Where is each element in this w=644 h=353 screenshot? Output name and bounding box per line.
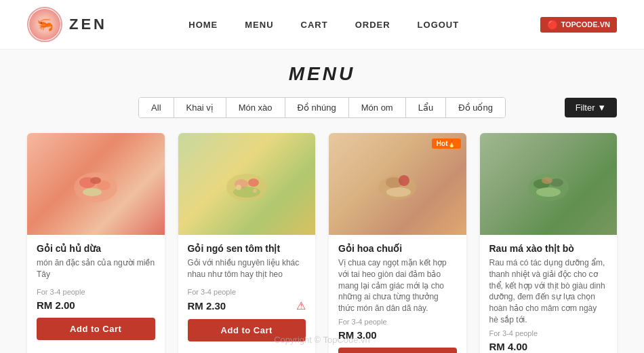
filter-tab-mon-om[interactable]: Món om	[349, 98, 406, 117]
nav-home[interactable]: HOME	[188, 20, 218, 30]
badge-icon: 🔴	[547, 20, 558, 30]
card-serving-4: For 3-4 people	[489, 329, 608, 337]
card-price-2: RM 2.30	[188, 300, 226, 312]
card-price-row-3: RM 3.00	[338, 329, 457, 341]
filter-bar: All Khai vị Món xào Đồ nhúng Món om Lẩu …	[27, 97, 617, 118]
warning-icon-2: ⚠	[296, 299, 306, 312]
card-body-3: Gỏi hoa chuối Vị chua cay ngọt mặn kết h…	[329, 235, 466, 353]
svg-point-19	[542, 177, 552, 184]
nav-cart[interactable]: CART	[301, 20, 328, 30]
svg-point-4	[83, 188, 102, 196]
card-image-2	[178, 133, 316, 235]
filter-tab-all[interactable]: All	[139, 98, 174, 117]
card-price-row-4: RM 4.00	[489, 341, 608, 352]
nav-logout[interactable]: LOGOUT	[418, 20, 460, 30]
topcode-badge: 🔴 TOPCODE.VN	[540, 17, 617, 33]
filter-tab-khai-vi[interactable]: Khai vị	[174, 98, 226, 117]
filter-tabs: All Khai vị Món xào Đồ nhúng Món om Lẩu …	[138, 97, 506, 118]
card-price-1: RM 2.00	[37, 299, 75, 311]
header: 🦐 ZEN HOME MENU CART ORDER LOGOUT 🔴 TOPC…	[0, 0, 644, 50]
menu-card-2: Gỏi ngó sen tôm thịt Gỏi với nhiều nguyê…	[178, 133, 316, 353]
card-image-4	[480, 133, 618, 235]
add-to-cart-btn-1[interactable]: Add to Cart	[37, 318, 155, 340]
card-serving-1: For 3-4 people	[37, 288, 155, 296]
card-price-3: RM 3.00	[338, 329, 377, 341]
badge-text: TOPCODE.VN	[561, 20, 610, 29]
nav-order[interactable]: ORDER	[355, 20, 390, 30]
card-body-2: Gỏi ngó sen tôm thịt Gỏi với nhiều nguyê…	[178, 235, 316, 351]
svg-point-0	[74, 172, 117, 202]
svg-point-10	[253, 189, 257, 193]
svg-point-9	[236, 185, 241, 190]
filter-tab-mon-xao[interactable]: Món xào	[226, 98, 285, 117]
logo-text: ZEN	[69, 16, 107, 33]
food-svg-4	[521, 157, 576, 211]
card-title-1: Gỏi củ hủ dừa	[37, 243, 155, 254]
card-title-3: Gỏi hoa chuối	[338, 243, 457, 254]
card-title-2: Gỏi ngó sen tôm thịt	[188, 243, 306, 254]
card-price-row-2: RM 2.30 ⚠	[188, 299, 306, 312]
card-serving-3: For 3-4 people	[338, 318, 457, 326]
food-svg-3	[370, 157, 424, 211]
menu-card-3: Hot🔥 Gỏi hoa chuối Vị chua cay ngọt mặn …	[329, 133, 466, 353]
main-nav: HOME MENU CART ORDER LOGOUT	[188, 20, 459, 30]
card-desc-4: Rau má có tác dụng dưỡng ẩm, thanh nhiệt…	[489, 257, 608, 326]
card-price-row-1: RM 2.00	[37, 299, 155, 311]
menu-card-1: Gỏi củ hủ dừa món ăn đặc sản của người m…	[27, 133, 165, 353]
food-svg-1	[68, 157, 123, 211]
add-to-cart-btn-3[interactable]: Add to Cart	[338, 348, 457, 353]
card-price-4: RM 4.00	[489, 341, 528, 352]
filter-button[interactable]: Filter ▼	[565, 98, 617, 117]
card-body-4: Rau má xào thịt bò Rau má có tác dụng dư…	[480, 235, 618, 353]
logo-circle: 🦐	[27, 7, 62, 42]
card-desc-3: Vị chua cay ngọt mặn kết hợp với tai heo…	[338, 257, 457, 314]
logo-image: 🦐	[29, 9, 60, 40]
svg-point-7	[248, 179, 259, 187]
card-desc-1: món ăn đặc sản của người miền Tây	[37, 257, 155, 284]
svg-point-3	[90, 177, 101, 184]
food-svg-2	[220, 157, 274, 211]
add-to-cart-btn-2[interactable]: Add to Cart	[188, 319, 306, 341]
main-content: MENU All Khai vị Món xào Đồ nhúng Món om…	[0, 50, 644, 353]
menu-card-4: Rau má xào thịt bò Rau má có tác dụng dư…	[480, 133, 618, 353]
menu-grid: Gỏi củ hủ dừa món ăn đặc sản của người m…	[27, 133, 617, 353]
svg-point-13	[399, 175, 409, 186]
filter-tab-lau[interactable]: Lẩu	[406, 98, 446, 117]
filter-tab-do-uong[interactable]: Đồ uống	[446, 98, 505, 117]
svg-point-14	[386, 187, 411, 197]
card-serving-2: For 3-4 people	[188, 288, 306, 296]
card-body-1: Gỏi củ hủ dừa món ăn đặc sản của người m…	[27, 235, 165, 350]
card-image-1	[27, 133, 165, 235]
filter-tab-do-nhung[interactable]: Đồ nhúng	[285, 98, 349, 117]
svg-point-18	[536, 187, 561, 197]
hot-badge-3: Hot🔥	[432, 138, 461, 149]
nav-menu[interactable]: MENU	[245, 20, 273, 30]
card-img-wrapper-3: Hot🔥	[329, 133, 466, 235]
card-desc-2: Gỏi với nhiều nguyên liệu khác nhau như …	[188, 257, 306, 284]
page-title: MENU	[27, 63, 617, 85]
card-title-4: Rau má xào thịt bò	[489, 243, 608, 254]
logo-area: 🦐 ZEN	[27, 7, 107, 42]
